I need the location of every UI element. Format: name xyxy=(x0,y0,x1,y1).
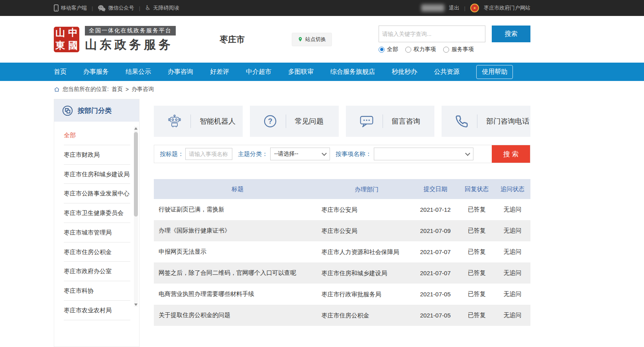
filter-category-value: --请选择-- xyxy=(274,150,298,158)
column-header-title: 标题 xyxy=(154,185,322,193)
current-city: 枣庄市 xyxy=(220,34,245,45)
row-title-link[interactable]: 办理《国际旅行健康证书》 xyxy=(154,227,322,235)
mobile-app-link[interactable]: 移动客户端 xyxy=(54,4,87,12)
column-header-date: 提交日期 xyxy=(412,185,459,193)
logout-link[interactable]: 退出 xyxy=(449,4,459,12)
filter-category-select[interactable]: --请选择-- xyxy=(270,148,330,160)
mobile-icon xyxy=(54,4,59,12)
platform-plate: 全国一体化在线政务服务平台 xyxy=(85,26,176,35)
row-department: 枣庄市公安局 xyxy=(322,225,412,236)
sidebar-item-department[interactable]: 枣庄市公路事业发展中心 xyxy=(64,184,130,203)
table-row: 申报网页无法显示 枣庄市人力资源和社会保障局 2021-07-07 已答复 无追… xyxy=(154,241,530,262)
department-sidebar: 按部门分类 全部 枣庄市财政局 枣庄市住房和城乡建设局 枣庄市公路事业发展中心 … xyxy=(54,99,139,347)
search-scope-radio[interactable]: 服务事项 xyxy=(443,46,474,53)
row-followup-status: 无追问 xyxy=(495,227,530,235)
row-title-link[interactable]: 电商营业执照办理需要哪些材料手续 xyxy=(154,290,322,298)
sidebar-item-department[interactable]: 枣庄市住房和城乡建设局 xyxy=(64,165,130,184)
card-department-phone[interactable]: 部门咨询电话 xyxy=(442,106,530,137)
scrollbar-thumb[interactable] xyxy=(134,132,138,217)
row-reply-status: 已答复 xyxy=(459,227,495,235)
divider xyxy=(477,114,477,128)
row-title-link[interactable]: 行驶证副页已满，需换新 xyxy=(154,206,322,213)
table-header-row: 标题 办理部门 提交日期 回复状态 追问状态 xyxy=(154,179,530,199)
filter-category-label: 主题分类： xyxy=(238,150,268,158)
nav-item[interactable]: 结果公示 xyxy=(126,68,151,76)
nav-item[interactable]: 多图联审 xyxy=(288,68,314,76)
nav-item[interactable]: 办事咨询 xyxy=(168,68,193,76)
search-scope-radio[interactable]: 全部 xyxy=(379,46,398,53)
home-icon xyxy=(54,87,60,93)
wechat-icon xyxy=(98,5,106,12)
divider xyxy=(190,114,191,128)
card-faq[interactable]: ? 常见问题 xyxy=(250,106,339,137)
consultation-filter-bar: 按标题： 主题分类： --请选择-- 按事项名称： 搜 索 xyxy=(154,145,530,163)
breadcrumb-home-link[interactable]: 首页 xyxy=(112,86,123,93)
sidebar-title: 按部门分类 xyxy=(78,106,112,115)
sidebar-scrollbar[interactable] xyxy=(134,126,138,307)
breadcrumb-current: 办事咨询 xyxy=(132,86,154,93)
site-switch-label: 站点切换 xyxy=(305,36,326,43)
sidebar-item-department[interactable]: 枣庄市住房公积金 xyxy=(64,243,130,262)
keyword-search-input[interactable] xyxy=(379,26,485,42)
separator: | xyxy=(139,5,140,11)
scroll-up-icon[interactable] xyxy=(134,127,137,130)
card-message-consult[interactable]: 留言咨询 xyxy=(346,106,435,137)
main-navigation: 首页 办事服务 结果公示 办事咨询 好差评 中介超市 多图联审 综合服务旗舰店 … xyxy=(0,63,644,81)
sidebar-item-department[interactable]: 枣庄市卫生健康委员会 xyxy=(64,203,130,223)
row-title-link[interactable]: 关于提取住房公积金的问题 xyxy=(154,312,322,319)
keyword-search-button[interactable]: 搜索 xyxy=(492,26,530,42)
row-followup-status: 无追问 xyxy=(495,290,530,298)
wechat-label: 微信公众号 xyxy=(108,4,134,12)
search-scope-radio[interactable]: 权力事项 xyxy=(405,46,436,53)
nav-item[interactable]: 使用帮助 xyxy=(476,65,513,79)
chevron-down-icon xyxy=(322,151,327,156)
row-title-link[interactable]: 申报网页无法显示 xyxy=(154,248,322,256)
site-header: 山 中 東 國 全国一体化在线政务服务平台 山东政务服务 枣庄市 站点切换 搜索 xyxy=(0,16,644,63)
top-utility-bar: 移动客户端 | 微信公众号 | ♿ 无障碍阅读 退出 | ★ xyxy=(0,0,644,16)
row-submit-date: 2021-07-12 xyxy=(412,206,459,213)
search-scope-radios: 全部 权力事项 服务事项 xyxy=(379,46,530,53)
row-followup-status: 无追问 xyxy=(495,206,530,213)
sidebar-item-department[interactable]: 枣庄市政府办公室 xyxy=(64,262,130,281)
filter-title-label: 按标题： xyxy=(160,150,184,158)
wechat-link[interactable]: 微信公众号 xyxy=(98,4,134,12)
site-switch-button[interactable]: 站点切换 xyxy=(292,33,332,46)
filter-search-button[interactable]: 搜 索 xyxy=(492,145,530,163)
sidebar-item-department[interactable]: 全部 xyxy=(64,126,130,145)
filter-item-select[interactable] xyxy=(374,148,473,160)
row-submit-date: 2021-07-07 xyxy=(412,248,459,255)
accessibility-icon: ♿ xyxy=(145,5,151,11)
radio-label: 全部 xyxy=(387,46,398,53)
column-header-department: 办理部门 xyxy=(322,184,412,195)
nav-item[interactable]: 秒批秒办 xyxy=(392,68,417,76)
nav-item[interactable]: 首页 xyxy=(54,68,67,76)
column-header-followup-status: 追问状态 xyxy=(495,185,530,193)
card-smart-robot[interactable]: 智能机器人 xyxy=(154,106,243,137)
card-label: 常见问题 xyxy=(295,116,324,126)
row-department: 枣庄市行政审批服务局 xyxy=(322,289,412,300)
row-submit-date: 2021-07-07 xyxy=(412,270,459,276)
nav-item[interactable]: 公共资源 xyxy=(434,68,459,76)
scroll-down-icon[interactable] xyxy=(134,304,137,306)
row-title-link[interactable]: 网签之后，除了合同二维码，官网哪个入口可以查呢 xyxy=(154,269,322,277)
radio-dot-icon xyxy=(405,47,411,53)
row-submit-date: 2021-07-05 xyxy=(412,312,459,319)
accessibility-link[interactable]: ♿ 无障碍阅读 xyxy=(145,4,179,12)
filter-item-label: 按事项名称： xyxy=(336,150,371,158)
sidebar-item-department[interactable]: 枣庄市科协 xyxy=(64,281,130,301)
sidebar-item-department[interactable]: 枣庄市农业农村局 xyxy=(64,301,130,320)
nav-item[interactable]: 综合服务旗舰店 xyxy=(330,68,375,76)
username-redacted xyxy=(421,4,444,12)
card-label: 部门咨询电话 xyxy=(486,116,529,126)
row-followup-status: 无追问 xyxy=(495,269,530,277)
nav-item[interactable]: 好差评 xyxy=(210,68,229,76)
sidebar-item-department[interactable]: 枣庄市财政局 xyxy=(64,145,130,165)
nav-item[interactable]: 办事服务 xyxy=(83,68,109,76)
nav-item[interactable]: 中介超市 xyxy=(246,68,271,76)
portal-link[interactable]: 枣庄市政府门户网站 xyxy=(484,4,530,12)
radio-label: 权力事项 xyxy=(414,46,436,53)
sidebar-item-department[interactable]: 枣庄市城市管理局 xyxy=(64,223,130,243)
table-row: 办理《国际旅行健康证书》 枣庄市公安局 2021-07-09 已答复 无追问 xyxy=(154,220,530,241)
table-row: 网签之后，除了合同二维码，官网哪个入口可以查呢 枣庄市住房和城乡建设局 2021… xyxy=(154,262,530,284)
filter-title-input[interactable] xyxy=(185,148,232,160)
